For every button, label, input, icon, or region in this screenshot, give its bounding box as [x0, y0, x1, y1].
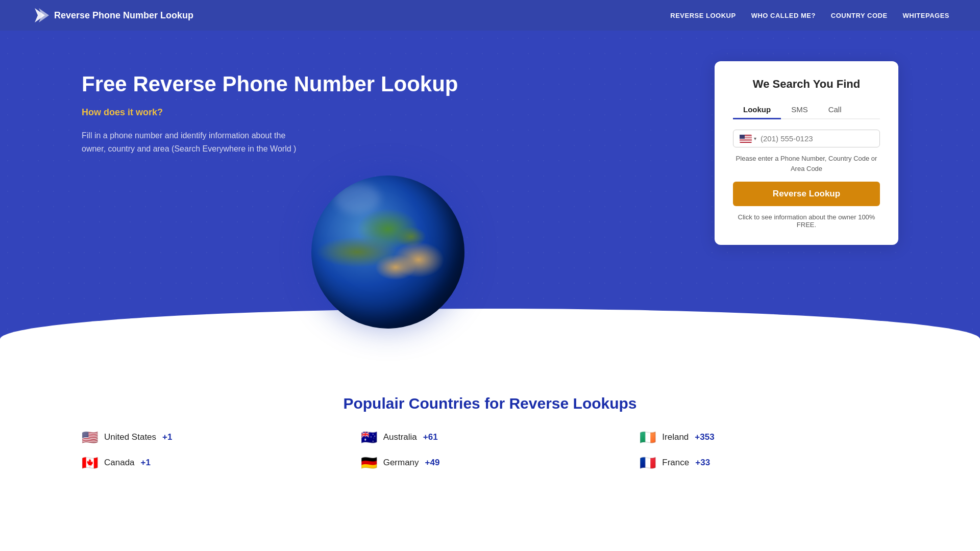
country-code: +1 — [141, 458, 151, 468]
list-item[interactable]: 🇮🇪 Ireland +353 — [640, 431, 898, 444]
flag-icon: 🇦🇺 — [361, 431, 377, 444]
country-name: Ireland — [662, 432, 689, 442]
flag-icon: 🇮🇪 — [640, 431, 656, 444]
country-code: +61 — [423, 432, 438, 442]
hero-text: Free Reverse Phone Number Lookup How doe… — [82, 61, 694, 329]
countries-grid: 🇺🇸 United States +1 🇦🇺 Australia +61 🇮🇪 … — [82, 431, 898, 469]
countries-heading: Populair Countries for Reverse Lookups — [82, 395, 898, 412]
list-item[interactable]: 🇩🇪 Germany +49 — [361, 456, 620, 469]
flag-icon: 🇫🇷 — [640, 456, 656, 469]
tab-sms[interactable]: SMS — [781, 101, 818, 119]
list-item[interactable]: 🇦🇺 Australia +61 — [361, 431, 620, 444]
hero-title: Free Reverse Phone Number Lookup — [82, 71, 694, 97]
list-item[interactable]: 🇨🇦 Canada +1 — [82, 456, 340, 469]
country-name: Australia — [383, 432, 417, 442]
country-code: +353 — [695, 432, 714, 442]
nav-country-code[interactable]: COUNTRY CODE — [831, 12, 888, 19]
reverse-lookup-button[interactable]: Reverse Lookup — [733, 182, 880, 206]
us-flag-icon — [740, 135, 752, 143]
card-title: We Search You Find — [733, 78, 880, 91]
tab-lookup[interactable]: Lookup — [733, 101, 781, 119]
country-code: +49 — [425, 458, 440, 468]
country-name: France — [662, 458, 689, 468]
countries-section: Populair Countries for Reverse Lookups 🇺… — [0, 369, 980, 500]
flag-icon: 🇺🇸 — [82, 431, 98, 444]
flag-icon: 🇩🇪 — [361, 456, 377, 469]
input-hint: Please enter a Phone Number, Country Cod… — [733, 154, 880, 173]
country-name: Germany — [383, 458, 419, 468]
nav-reverse-lookup[interactable]: REVERSE LOOKUP — [670, 12, 736, 19]
globe-image — [311, 176, 464, 329]
list-item[interactable]: 🇫🇷 France +33 — [640, 456, 898, 469]
nav-who-called[interactable]: WHO CALLED ME? — [751, 12, 816, 19]
phone-number-input[interactable] — [761, 134, 873, 143]
list-item[interactable]: 🇺🇸 United States +1 — [82, 431, 340, 444]
card-tabs: Lookup SMS Call — [733, 101, 880, 119]
free-note: Click to see information about the owner… — [733, 213, 880, 229]
search-card: We Search You Find Lookup SMS Call ▾ Ple… — [715, 61, 898, 245]
chevron-down-icon: ▾ — [754, 136, 756, 141]
country-name: United States — [104, 432, 156, 442]
phone-input-row: ▾ — [733, 130, 880, 147]
country-code: +33 — [695, 458, 710, 468]
hero-section: Free Reverse Phone Number Lookup How doe… — [0, 31, 980, 369]
hero-how-label: How does it work? — [82, 105, 306, 120]
site-header: Reverse Phone Number Lookup REVERSE LOOK… — [0, 0, 980, 31]
country-name: Canada — [104, 458, 135, 468]
logo[interactable]: Reverse Phone Number Lookup — [31, 6, 193, 24]
flag-icon: 🇨🇦 — [82, 456, 98, 469]
logo-text: Reverse Phone Number Lookup — [54, 10, 193, 21]
hero-description: Fill in a phone number and identify info… — [82, 129, 306, 155]
tab-call[interactable]: Call — [818, 101, 852, 119]
country-code: +1 — [162, 432, 172, 442]
main-nav: REVERSE LOOKUP WHO CALLED ME? COUNTRY CO… — [670, 12, 949, 19]
country-flag-selector[interactable]: ▾ — [740, 135, 756, 143]
nav-whitepages[interactable]: WHITEPAGES — [903, 12, 949, 19]
